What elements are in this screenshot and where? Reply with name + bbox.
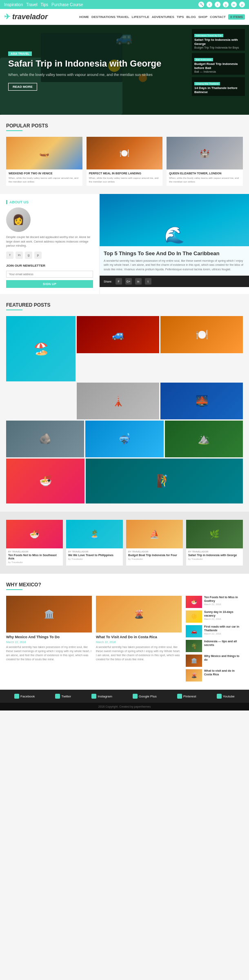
top-link-inspiration[interactable]: Inspiration [4, 2, 23, 7]
why-sidebar-info-2: Sunny day in 10-days vacancy March 22, 2… [204, 610, 243, 620]
feature-share-facebook[interactable]: F [116, 278, 122, 285]
newsletter-signup-button[interactable]: Sign Up [6, 280, 93, 288]
footer-facebook[interactable]: Facebook [14, 694, 35, 699]
brand-logo[interactable]: travelador [4, 12, 48, 21]
nav-shop[interactable]: Shop [198, 15, 208, 19]
top-link-tips[interactable]: Tips [41, 2, 49, 7]
nav-cart[interactable]: 0 ITEMS [228, 14, 245, 20]
popular-post-img-2: 🍽️ [87, 137, 163, 169]
nav-home[interactable]: Home [79, 15, 89, 19]
nav-lifestyle[interactable]: Lifestyle [132, 15, 149, 19]
featured-row-1: 🏖️ 🚙 🍽️ [6, 316, 243, 381]
featured-item-beach[interactable]: 🏖️ [6, 316, 76, 381]
why-sidebar-info-6: What to visit and do in Costa Rica [204, 669, 243, 677]
featured-item-hiker[interactable]: 🧗 [86, 459, 243, 503]
why-sidebar-img-6: 🌋 [186, 669, 202, 682]
featured-spacer [6, 383, 76, 419]
slider-card-title-4: Safari Trip in Indonesia with George [188, 554, 241, 557]
about-pinterest-icon[interactable]: p [34, 252, 42, 259]
search-icon[interactable]: 🔍 [198, 2, 204, 7]
why-post-date-2: March 22, 2016 [96, 641, 182, 644]
nav-tips[interactable]: Tips [177, 15, 184, 19]
feature-share-linkedin[interactable]: in [135, 278, 142, 285]
why-sidebar-item-2[interactable]: ☀️ Sunny day in 10-days vacancy March 22… [186, 610, 243, 623]
hero-read-more-button[interactable]: Read More [8, 83, 37, 91]
facebook-icon[interactable]: f [207, 2, 212, 7]
featured-item-swim[interactable]: 🤿 [85, 421, 163, 457]
gplus-icon[interactable]: g [223, 2, 229, 7]
featured-item-mountain[interactable]: ⛰️ [165, 421, 243, 457]
nav-contact[interactable]: Contact [210, 15, 226, 19]
featured-item-river[interactable]: 🌉 [160, 383, 243, 419]
footer-twitter[interactable]: Twitter [55, 694, 71, 699]
featured-item-jeep[interactable]: 🚙 [77, 316, 159, 354]
top-link-course[interactable]: Purchase Course [51, 2, 83, 7]
slider-card-3[interactable]: ⛵ by Travelador Budget Boat Trip Indones… [126, 520, 183, 566]
footer-pinterest[interactable]: Pinterest [177, 694, 196, 699]
newsletter-email-input[interactable] [6, 271, 93, 278]
popular-post-img-1: 🛶 [6, 137, 82, 169]
why-sidebar-item-6[interactable]: 🌋 What to visit and do in Costa Rica [186, 669, 243, 682]
top-link-travel[interactable]: Travel [26, 2, 37, 7]
featured-item-food2[interactable]: 🍜 [6, 459, 84, 503]
nav-adventures[interactable]: Adventures [152, 15, 174, 19]
featured-item-rock[interactable]: 🪨 [6, 421, 84, 457]
slider-card-by-1: by Travelador [8, 561, 61, 564]
featured-item-eiffel[interactable]: 🗼 [77, 383, 159, 419]
hero-sidebar: Indonesia Travel by Car Safari Trip to I… [192, 29, 245, 96]
featured-item-food[interactable]: 🍽️ [160, 316, 243, 354]
slider-card-body-4: by Travelador Safari Trip in Indonesia w… [186, 548, 243, 562]
why-sidebar-item-3[interactable]: 🚗 First roads with our car in Thaïlande … [186, 625, 243, 637]
slider-card-title-2: We We Love Travel to Philippines [68, 554, 121, 557]
why-sidebar-info-4: Indonesia — tips and all secrets [204, 640, 243, 647]
slider-card-by-3: by Travelador [128, 558, 181, 560]
pinterest-icon[interactable]: p [239, 2, 245, 7]
popular-post-1[interactable]: 🛶 Weekend For Two In Venice When, while … [6, 137, 82, 186]
why-sidebar-title-4: Indonesia — tips and all secrets [204, 640, 243, 647]
hero-side-title-1: Safari Trip to Indonesia with George [194, 38, 242, 46]
why-sidebar-item-1[interactable]: 🍜 Ten Foods Not to Miss in Godfrey March… [186, 596, 243, 608]
about-facebook-icon[interactable]: f [6, 252, 13, 259]
about-gplus-icon[interactable]: g [25, 252, 32, 259]
why-post-2[interactable]: 🌋 What To Visit And Do in Costa Rica Mar… [96, 596, 182, 682]
why-sidebar-info-5: Why Mexico and things to do [204, 655, 243, 662]
why-sidebar: 🍜 Ten Foods Not to Miss in Godfrey March… [186, 596, 243, 682]
hero-side-item-1[interactable]: Indonesia Travel by Car Safari Trip to I… [192, 29, 245, 51]
footer-gplus[interactable]: Google Plus [133, 694, 157, 699]
slider-card-img-3: ⛵ [126, 520, 183, 548]
hero-side-item-2[interactable]: Bali Indonesia Budget Road Trip Indonesi… [192, 53, 245, 75]
featured-row-2: 🗼 🌉 [6, 383, 243, 419]
slider-card-2[interactable]: 🏝️ by Travelador We We Love Travel to Ph… [66, 520, 123, 566]
twitter-icon[interactable]: t [215, 2, 220, 7]
slider-card-4[interactable]: 🌿 by Travelador Safari Trip in Indonesia… [186, 520, 243, 566]
popular-post-3[interactable]: 🏰 Queen Elizabeth Tower, London When, wh… [167, 137, 243, 186]
why-post-date-1: March 22, 2016 [6, 641, 92, 644]
feature-share-twitter[interactable]: t [145, 278, 151, 285]
slider-card-label-2: by Travelador [68, 550, 121, 553]
footer-copyright: 2016 Copyright. Created by paperthemes [98, 705, 151, 708]
about-linkedin-icon[interactable]: in [16, 252, 23, 259]
why-post-1[interactable]: 🏛️ Why Mexico And Things To Do March 22,… [6, 596, 92, 682]
nav-blog[interactable]: Blog [187, 15, 196, 19]
main-nav: travelador Home Destinations Travel Life… [0, 9, 249, 25]
why-section-title: Why Mexico? [6, 582, 243, 588]
hero-side-sub-2: Bali — Indonesia [194, 70, 242, 73]
why-sidebar-date-2: March 22, 2016 [204, 618, 243, 620]
popular-post-title-3: Queen Elizabeth Tower, London [169, 172, 240, 175]
why-sidebar-item-5[interactable]: 🏛️ Why Mexico and things to do [186, 655, 243, 667]
hero-side-item-3[interactable]: Chiang Mai Thailand 14 Days in Thaïlande… [192, 77, 245, 96]
linkedin-icon[interactable]: in [231, 2, 237, 7]
popular-post-title-1: Weekend For Two In Venice [9, 172, 80, 175]
feature-share-gplus[interactable]: G+ [125, 278, 132, 285]
why-sidebar-item-4[interactable]: 🌴 Indonesia — tips and all secrets [186, 640, 243, 652]
footer-youtube[interactable]: Youtube [217, 694, 235, 699]
feature-desc: A wonderful serenity has taken possessio… [104, 259, 245, 272]
about-feature-section: About Us 👩 Despite couple fat discard ad… [0, 194, 249, 294]
hero-side-tag-1: Indonesia Travel by Car [194, 34, 223, 37]
footer-instagram[interactable]: Instagram [91, 694, 112, 699]
slider-card-1[interactable]: 🍜 by Travelador Ten Foods Not to Miss in… [6, 520, 63, 566]
featured-grid: 🏖️ 🚙 🍽️ 🗼 🌉 🪨 🤿 ⛰️ 🍜 🧗 [6, 316, 243, 503]
popular-post-body-1: Weekend For Two In Venice When, while th… [6, 169, 82, 186]
popular-post-2[interactable]: 🍽️ Perfect Meal In Before Landing When, … [87, 137, 163, 186]
nav-destinations[interactable]: Destinations Travel [91, 15, 129, 19]
